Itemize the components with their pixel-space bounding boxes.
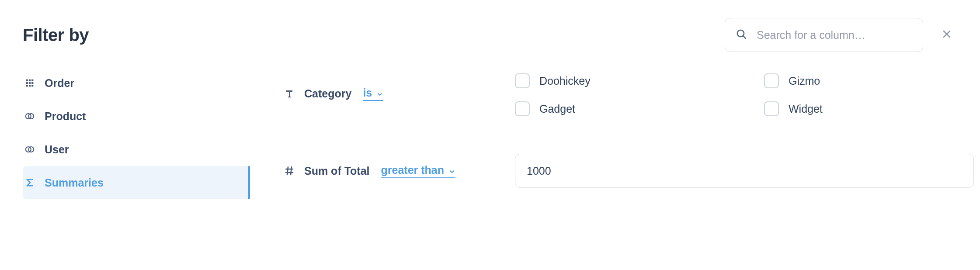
checkbox[interactable] [515,73,530,88]
option-gizmo[interactable]: Gizmo [764,73,980,88]
svg-rect-7 [26,82,28,84]
sidebar-item-product[interactable]: Product [23,100,250,133]
filter-header: Filter by [23,21,956,49]
operator-selector-sum-of-total[interactable]: greater than [381,164,455,178]
option-widget[interactable]: Widget [764,101,980,116]
sidebar-item-label: User [45,143,69,156]
sigma-icon [24,177,36,189]
grid-icon [24,77,36,89]
column-search[interactable] [725,18,923,52]
filter-field-name: Sum of Total [304,165,370,177]
option-label: Gadget [539,103,575,115]
header-actions [725,18,956,52]
filter-field-name: Category [304,87,351,100]
sidebar-item-label: Summaries [45,177,104,189]
svg-rect-8 [29,82,31,84]
close-icon [942,29,952,41]
svg-line-20 [291,167,292,175]
checkbox[interactable] [515,101,530,116]
chevron-down-icon [448,164,455,177]
checkbox[interactable] [764,101,779,116]
search-icon [736,28,747,42]
checkbox[interactable] [764,73,779,88]
svg-rect-9 [31,82,33,84]
filter-field-header: Category is [283,73,515,101]
join-icon [24,110,36,122]
text-type-icon [283,88,295,100]
filter-field-header: Sum of Total greater than [283,164,515,178]
sidebar-item-order[interactable]: Order [23,66,250,100]
search-input[interactable] [756,28,912,42]
page-title: Filter by [23,25,89,45]
svg-line-19 [287,167,288,175]
sidebar-item-label: Order [45,77,74,90]
svg-rect-6 [31,80,33,81]
option-doohickey[interactable]: Doohickey [515,73,760,88]
operator-selector-category[interactable]: is [363,87,383,101]
chevron-down-icon [376,87,383,99]
category-options: Doohickey Gizmo Gadget Widget [515,73,980,116]
sidebar-item-label: Product [45,110,86,123]
svg-rect-4 [26,80,28,81]
filter-row-category: Category is Doohickey [283,73,980,116]
operator-label: greater than [381,164,444,177]
option-label: Doohickey [539,75,591,87]
svg-rect-10 [26,85,28,87]
filter-body: Order Product User [23,64,956,270]
svg-rect-11 [29,85,31,87]
filters-main: Category is Doohickey [265,64,980,270]
operator-label: is [363,87,372,99]
sidebar-item-user[interactable]: User [23,133,250,166]
sum-of-total-input[interactable] [515,154,974,188]
join-icon [24,143,36,156]
sidebar-item-summaries[interactable]: Summaries [23,166,250,199]
svg-rect-12 [31,85,33,87]
option-label: Gizmo [789,75,820,87]
svg-rect-5 [29,80,31,81]
number-type-icon [283,165,295,177]
close-button[interactable] [938,26,956,44]
svg-line-1 [743,36,745,38]
option-gadget[interactable]: Gadget [515,101,760,116]
filter-sidebar: Order Product User [23,64,250,270]
filter-row-sum-of-total: Sum of Total greater than [283,154,980,188]
option-label: Widget [789,103,823,115]
filter-panel: Filter by [0,0,980,270]
